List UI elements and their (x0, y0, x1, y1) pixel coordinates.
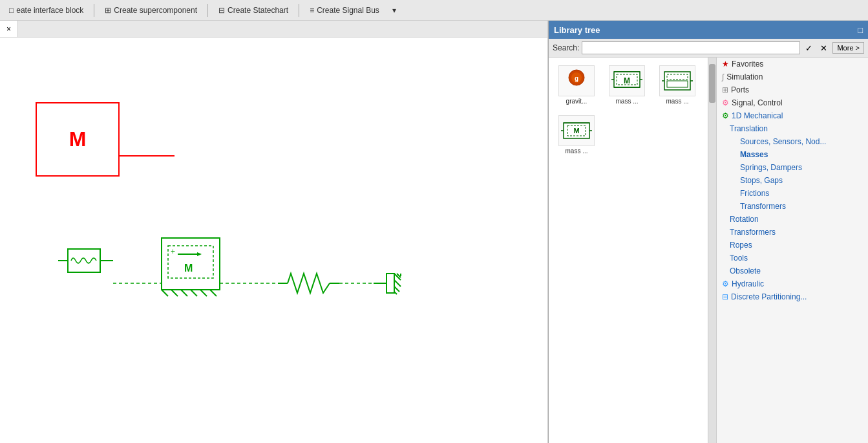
library-tree: ★ Favorites ∫ Simulation ⊞ Ports ⚙ Signa… (717, 58, 868, 443)
lib-icon-gravit[interactable]: g gravit... (554, 63, 599, 107)
canvas-content[interactable]: M (0, 38, 547, 443)
tree-item-simulation[interactable]: ∫ Simulation (717, 70, 868, 83)
tree-item-transformers-trans[interactable]: Transformers (717, 200, 868, 213)
mass1-icon-label: mass ... (615, 98, 638, 105)
tree-item-ports[interactable]: ⊞ Ports (717, 83, 868, 96)
springs-dampers-label: Springs, Dampers (740, 163, 802, 172)
stops-gaps-label: Stops, Gaps (740, 176, 783, 185)
discrete-icon: ⊟ (722, 292, 728, 301)
svg-line-28 (394, 286, 399, 292)
svg-text:M: M (184, 263, 193, 274)
sep3 (299, 4, 299, 17)
statechart-icon: ⊟ (218, 6, 225, 15)
toolbar: □ eate interface block ⊞ Create supercom… (0, 0, 868, 21)
create-interface-label: eate interface block (16, 6, 83, 15)
library-close-icon[interactable]: □ (858, 25, 863, 35)
tree-item-ropes[interactable]: Ropes (717, 239, 868, 252)
tree-item-hydraulic[interactable]: ⚙ Hydraulic (717, 277, 868, 290)
obsolete-label: Obsolete (730, 266, 761, 276)
search-label: Search: (553, 43, 579, 52)
scroll-thumb (709, 64, 715, 103)
sep2 (207, 4, 208, 17)
tree-item-signal-control[interactable]: ⚙ Signal, Control (717, 96, 868, 109)
tree-item-tools[interactable]: Tools (717, 252, 868, 265)
masses-label: Masses (740, 150, 768, 159)
frictions-label: Frictions (740, 189, 769, 198)
tree-item-stops-gaps[interactable]: Stops, Gaps (717, 174, 868, 187)
library-search-bar: Search: ✓ ✕ More > (549, 39, 868, 58)
simulation-label: Simulation (726, 72, 763, 81)
mass2-icon-label: mass ... (666, 98, 688, 105)
tree-item-masses[interactable]: Masses (717, 148, 868, 161)
svg-line-29 (394, 292, 397, 294)
library-panel: Library tree □ Search: ✓ ✕ More > (548, 21, 868, 443)
transformers-label: Transformers (730, 228, 776, 237)
discrete-label: Discrete Partitioning... (731, 292, 807, 301)
tree-item-favorites[interactable]: ★ Favorites (717, 58, 868, 70)
mechanical-label: 1D Mechanical (732, 111, 783, 120)
mass2-icon-box: M2 M1 (659, 65, 695, 96)
tree-item-1d-mechanical[interactable]: ⚙ 1D Mechanical (717, 109, 868, 122)
lib-icon-mass2[interactable]: M2 M1 mass ... (655, 63, 700, 107)
tree-item-discrete-partitioning[interactable]: ⊟ Discrete Partitioning... (717, 290, 868, 303)
ports-icon: ⊞ (722, 85, 728, 94)
svg-line-19 (210, 290, 217, 296)
mass3-icon-box: M (558, 115, 595, 146)
svg-rect-2 (68, 249, 100, 272)
svg-rect-61 (667, 74, 688, 80)
favorites-label: Favorites (732, 59, 763, 69)
tree-item-springs-dampers[interactable]: Springs, Dampers (717, 161, 868, 174)
ports-label: Ports (731, 85, 749, 94)
svg-line-17 (191, 290, 197, 296)
search-confirm-btn[interactable]: ✓ (803, 43, 815, 54)
mass1-icon-box: M (609, 65, 645, 96)
canvas-tab[interactable]: × (0, 21, 18, 37)
search-more-btn[interactable]: More > (832, 42, 864, 54)
lib-icon-mass1[interactable]: M (604, 63, 650, 107)
library-icons-panel: g gravit... (549, 58, 708, 443)
svg-line-15 (171, 290, 178, 296)
library-scrollbar[interactable] (708, 58, 716, 443)
icon-grid: g gravit... (554, 63, 703, 157)
search-input[interactable] (582, 41, 800, 54)
canvas-tab-close[interactable]: × (6, 25, 11, 34)
create-supercomponent-btn[interactable]: ⊞ Create supercomponent (101, 5, 201, 16)
tree-item-obsolete[interactable]: Obsolete (717, 265, 868, 277)
library-header: Library tree □ (549, 21, 868, 39)
tree-item-frictions[interactable]: Frictions (717, 187, 868, 200)
create-interface-btn[interactable]: □ eate interface block (5, 5, 87, 16)
canvas-area: × M (0, 21, 548, 443)
simulation-icon: ∫ (722, 72, 724, 81)
tree-item-translation[interactable]: Translation (717, 122, 868, 135)
tree-item-transformers[interactable]: Transformers (717, 226, 868, 239)
svg-text:M: M (624, 76, 630, 85)
svg-text:g: g (575, 75, 578, 82)
tools-label: Tools (730, 254, 748, 263)
create-signal-bus-label: Create Signal Bus (317, 6, 379, 15)
sources-sensors-label: Sources, Sensors, Nod... (740, 137, 826, 146)
rotation-label: Rotation (730, 215, 759, 224)
hydraulic-label: Hydraulic (732, 279, 764, 288)
mass3-icon-label: mass ... (565, 147, 587, 155)
create-statechart-label: Create Statechart (228, 6, 288, 15)
svg-text:M: M (573, 127, 579, 135)
transformers-trans-label: Transformers (740, 202, 786, 211)
svg-line-16 (181, 290, 187, 296)
create-supercomponent-label: Create supercomponent (114, 6, 197, 15)
gravit-icon-box: g (558, 65, 595, 96)
create-statechart-btn[interactable]: ⊟ Create Statechart (215, 5, 292, 16)
lib-icon-mass3[interactable]: M (554, 113, 599, 157)
translation-label: Translation (730, 124, 768, 133)
create-signal-bus-btn[interactable]: ≡ Create Signal Bus (306, 5, 383, 16)
tree-item-rotation[interactable]: Rotation (717, 213, 868, 226)
canvas-tab-bar: × (0, 21, 547, 38)
search-clear-btn[interactable]: ✕ (818, 43, 830, 54)
tree-item-sources-sensors[interactable]: Sources, Sensors, Nod... (717, 135, 868, 148)
svg-line-18 (200, 290, 207, 296)
gravit-icon-label: gravit... (566, 98, 587, 105)
library-body: g gravit... (549, 58, 868, 443)
dropdown-arrow-icon: ▾ (392, 6, 396, 15)
svg-line-14 (162, 290, 168, 296)
signal-bus-dropdown-btn[interactable]: ▾ (388, 5, 400, 16)
hydraulic-icon: ⚙ (722, 279, 729, 288)
